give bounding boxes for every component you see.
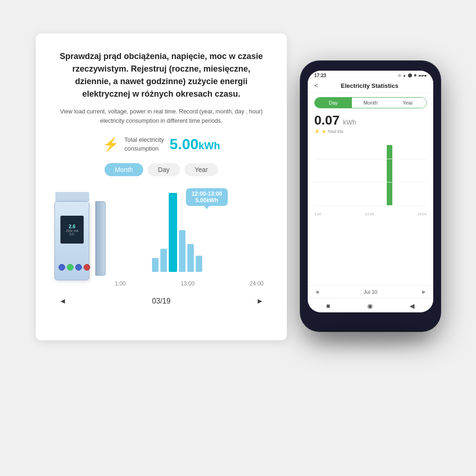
svg-rect-6 [387, 145, 392, 205]
consumption-value: 5.00kWh [170, 136, 220, 153]
phone-chart-area: 1:00 13:00 24:00 [308, 136, 433, 285]
card-title-polish: Sprawdzaj prąd obciążenia, napięcie, moc… [54, 50, 268, 100]
main-container: Sprawdzaj prąd obciążenia, napięcie, moc… [15, 33, 461, 443]
android-square-btn[interactable]: ■ [326, 302, 330, 310]
app-header: < Electricity Statistics [308, 79, 433, 93]
phone-prev-button[interactable]: ◄ [314, 289, 320, 295]
device-btn-4 [84, 264, 90, 271]
nav-date: 03/19 [152, 297, 171, 305]
tab-year[interactable]: Year [185, 163, 218, 176]
card-subtitle-english: View load current, voltage, power in rea… [54, 107, 268, 126]
device-btn-2 [67, 264, 73, 271]
chart-section: Month Day Year 2.6 230v mA 0.0. [54, 163, 268, 295]
status-time: 17:23 [314, 73, 326, 78]
next-button[interactable]: ► [256, 297, 264, 305]
period-tabs: Month Day Year [105, 163, 218, 176]
device-btn-3 [75, 264, 82, 271]
reading-label: ⚡ ⚡ Total Ele [314, 129, 427, 134]
android-home-btn[interactable]: ◉ [367, 302, 373, 310]
status-bar: 17:23 ⊙ ▲ ⚫ ✱ ▰▰▰ [308, 71, 433, 79]
phone-shadow [310, 326, 431, 345]
total-consumption-row: ⚡ Total electricityconsumption 5.00kWh [103, 136, 220, 153]
phone-next-button[interactable]: ► [421, 289, 427, 295]
tab-day[interactable]: Day [148, 163, 180, 176]
device-btn-1 [59, 264, 65, 271]
svg-rect-5 [196, 256, 202, 272]
phone-screen: 17:23 ⊙ ▲ ⚫ ✱ ▰▰▰ < Electricity Statisti… [308, 71, 433, 312]
navigation-row: ◄ 03/19 ► [54, 297, 268, 305]
phone-device: 17:23 ⊙ ▲ ⚫ ✱ ▰▰▰ < Electricity Statisti… [301, 61, 440, 331]
reading-value: 0.07 [314, 113, 340, 127]
svg-rect-3 [179, 230, 185, 272]
phone-container: 17:23 ⊙ ▲ ⚫ ✱ ▰▰▰ < Electricity Statisti… [301, 61, 440, 331]
phone-chart-labels: 1:00 13:00 24:00 [312, 212, 429, 216]
svg-rect-2 [169, 193, 177, 272]
seg-tab-year[interactable]: Year [389, 98, 426, 108]
reading-area: 0.07 kWh ⚡ ⚡ Total Ele [308, 108, 433, 136]
chart-time-labels: 1:00 13:00 24:00 [54, 280, 268, 287]
svg-rect-4 [187, 244, 194, 272]
phone-chart-svg [312, 136, 429, 210]
consumption-label: Total electricityconsumption [125, 136, 164, 152]
back-button[interactable]: < [314, 82, 318, 89]
device-illustration: 2.6 230v mA 0.0. [54, 192, 106, 280]
svg-rect-1 [160, 249, 167, 272]
phone-nav-date: Jul 10 [364, 289, 377, 295]
segment-tabs: Day Month Year [314, 97, 427, 108]
tab-month[interactable]: Month [105, 163, 143, 176]
bar-chart: 12:00-13:00 5.00kWh [110, 184, 268, 277]
seg-tab-day[interactable]: Day [315, 98, 352, 108]
svg-rect-0 [152, 258, 159, 272]
seg-tab-month[interactable]: Month [352, 98, 389, 108]
status-icons: ⊙ ▲ ⚫ ✱ ▰▰▰ [398, 73, 427, 78]
prev-button[interactable]: ◄ [59, 297, 66, 305]
phone-navigation: ◄ Jul 10 ► [308, 285, 433, 298]
android-back-btn[interactable]: ◀ [410, 302, 415, 310]
info-card: Sprawdzaj prąd obciążenia, napięcie, moc… [36, 33, 287, 340]
chart-tooltip: 12:00-13:00 5.00kWh [186, 188, 227, 206]
reading-unit: kWh [343, 119, 356, 126]
app-title: Electricity Statistics [322, 82, 417, 89]
android-navbar: ■ ◉ ◀ [308, 298, 433, 312]
lightning-icon: ⚡ [103, 137, 119, 152]
